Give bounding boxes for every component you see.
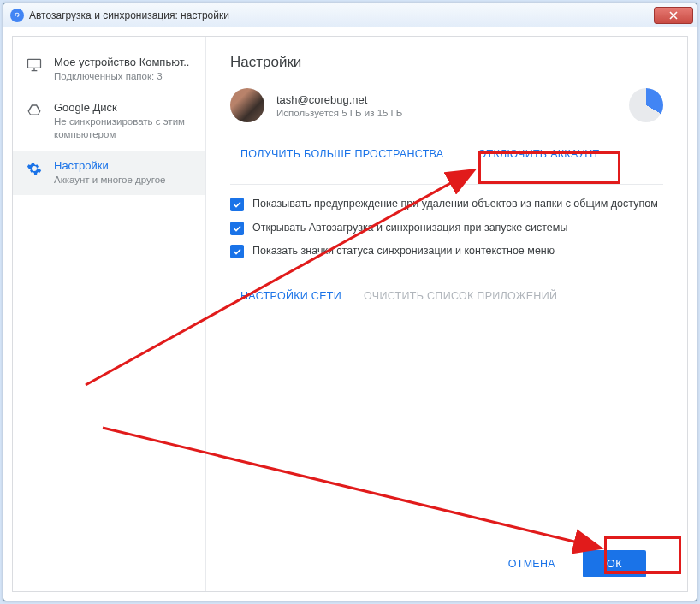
content: Мое устройство Компьют.. Подключенных па… <box>3 27 697 601</box>
buttons-row: НАСТРОЙКИ СЕТИ ОЧИСТИТЬ СПИСОК ПРИЛОЖЕНИ… <box>230 283 663 309</box>
clear-apps-button: ОЧИСТИТЬ СПИСОК ПРИЛОЖЕНИЙ <box>364 283 557 309</box>
window-title: Автозагрузка и синхронизация: настройки <box>29 9 654 21</box>
divider <box>230 184 663 185</box>
network-settings-button[interactable]: НАСТРОЙКИ СЕТИ <box>240 283 341 309</box>
checkbox-checked-icon[interactable] <box>230 245 244 258</box>
sidebar-item-label: Google Диск <box>54 101 195 114</box>
avatar <box>230 88 264 122</box>
sidebar-item-label: Настройки <box>54 159 195 172</box>
check-open-startup[interactable]: Открывать Автозагрузка и синхронизация п… <box>230 221 663 236</box>
sidebar-item-label: Мое устройство Компьют.. <box>54 56 195 68</box>
main-panel: Настройки tash@corebug.net Используется … <box>206 37 687 591</box>
sidebar-item-device[interactable]: Мое устройство Компьют.. Подключенных па… <box>13 47 205 92</box>
gear-icon <box>25 159 44 178</box>
sidebar-item-sub: Не синхронизировать с этим компьютером <box>54 115 195 142</box>
close-button[interactable] <box>654 7 693 24</box>
get-more-space-link[interactable]: ПОЛУЧИТЬ БОЛЬШЕ ПРОСТРАНСТВА <box>240 143 443 165</box>
checkbox-label: Открывать Автозагрузка и синхронизация п… <box>252 221 567 236</box>
sidebar-item-drive[interactable]: Google Диск Не синхронизировать с этим к… <box>13 92 205 151</box>
checkbox-checked-icon[interactable] <box>230 222 244 235</box>
inner-panel: Мое устройство Компьют.. Подключенных па… <box>12 36 688 592</box>
check-warn-delete[interactable]: Показывать предупреждение при удалении о… <box>230 197 663 212</box>
sidebar: Мое устройство Компьют.. Подключенных па… <box>13 37 206 591</box>
checkbox-label: Показать значки статуса синхронизации и … <box>252 244 555 259</box>
monitor-icon <box>25 56 44 74</box>
footer: ОТМЕНА ОК <box>230 536 663 591</box>
disconnect-account-link[interactable]: ОТКЛЮЧИТЬ АККАУНТ <box>478 143 599 165</box>
storage-pie-icon <box>629 88 663 122</box>
sidebar-item-settings[interactable]: Настройки Аккаунт и многое другое <box>13 151 205 196</box>
svg-rect-0 <box>28 59 41 68</box>
checkbox-checked-icon[interactable] <box>230 198 244 211</box>
page-title: Настройки <box>230 54 663 71</box>
sidebar-item-sub: Подключенных папок: 3 <box>54 70 195 84</box>
ok-button[interactable]: ОК <box>583 550 646 577</box>
account-usage: Используется 5 ГБ из 15 ГБ <box>276 108 612 118</box>
app-icon <box>10 9 24 22</box>
check-show-icons[interactable]: Показать значки статуса синхронизации и … <box>230 244 663 259</box>
account-links: ПОЛУЧИТЬ БОЛЬШЕ ПРОСТРАНСТВА ОТКЛЮЧИТЬ А… <box>230 143 663 165</box>
account-email: tash@corebug.net <box>276 93 612 106</box>
titlebar: Автозагрузка и синхронизация: настройки <box>3 3 697 27</box>
checkbox-label: Показывать предупреждение при удалении о… <box>252 197 658 212</box>
settings-window: Автозагрузка и синхронизация: настройки … <box>3 3 697 601</box>
drive-icon <box>25 101 44 120</box>
account-row: tash@corebug.net Используется 5 ГБ из 15… <box>230 88 663 122</box>
cancel-button[interactable]: ОТМЕНА <box>496 551 567 577</box>
close-icon <box>669 11 678 20</box>
sidebar-item-sub: Аккаунт и многое другое <box>54 174 195 187</box>
